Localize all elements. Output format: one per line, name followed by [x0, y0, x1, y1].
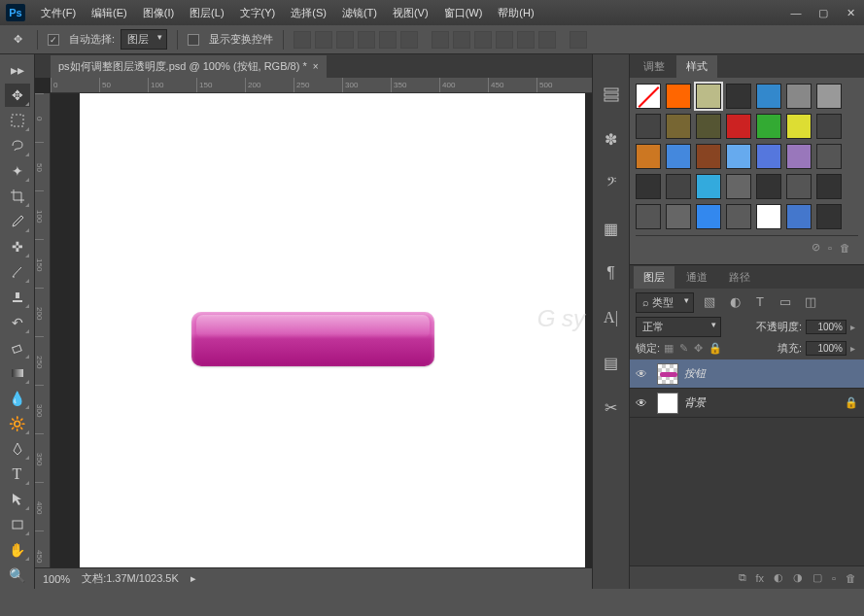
healing-tool[interactable]: ✜ — [5, 235, 30, 258]
stamp-tool[interactable] — [5, 286, 30, 309]
status-zoom[interactable]: 100% — [43, 573, 70, 585]
style-swatch[interactable] — [696, 174, 721, 199]
filter-adjust-icon[interactable]: ◐ — [725, 294, 744, 312]
tab-channels[interactable]: 通道 — [676, 266, 717, 289]
gradient-tool[interactable] — [5, 361, 30, 385]
filter-image-icon[interactable]: ▧ — [700, 294, 719, 312]
style-swatch[interactable] — [636, 174, 661, 199]
style-swatch[interactable] — [726, 204, 751, 229]
mask-icon[interactable]: ◐ — [774, 571, 783, 584]
magic-wand-tool[interactable]: ✦ — [5, 159, 30, 183]
style-swatch[interactable] — [726, 84, 751, 109]
style-swatch[interactable] — [636, 204, 661, 229]
new-layer-icon[interactable]: ▫ — [832, 572, 836, 584]
lock-position-icon[interactable]: ✎ — [679, 342, 688, 355]
eyedropper-tool[interactable] — [5, 210, 30, 233]
style-swatch[interactable] — [756, 114, 781, 139]
style-swatch[interactable] — [756, 174, 781, 199]
filter-shape-icon[interactable]: ▭ — [776, 294, 795, 312]
tab-layers[interactable]: 图层 — [634, 266, 674, 289]
show-transform-checkbox[interactable] — [188, 34, 199, 46]
new-style-icon[interactable]: ▫ — [828, 242, 832, 254]
layer-name[interactable]: 背景 — [684, 395, 706, 410]
menu-file[interactable]: 文件(F) — [33, 2, 84, 24]
style-swatch[interactable] — [816, 204, 842, 229]
style-swatch[interactable] — [786, 114, 812, 139]
layer-item-background[interactable]: 👁 背景 🔒 — [630, 389, 864, 418]
layer-item-button[interactable]: 👁 按钮 — [630, 359, 864, 389]
path-selection-tool[interactable] — [5, 488, 30, 511]
filter-type-icon[interactable]: T — [750, 294, 770, 312]
style-swatch[interactable] — [756, 144, 781, 169]
style-swatch[interactable] — [756, 204, 781, 229]
style-swatch[interactable] — [816, 84, 842, 109]
fx-icon[interactable]: fx — [756, 572, 765, 584]
layer-name[interactable]: 按钮 — [684, 366, 706, 381]
menu-image[interactable]: 图像(I) — [135, 2, 182, 24]
fill-input[interactable]: 100% — [806, 341, 847, 356]
style-swatch[interactable] — [786, 144, 812, 169]
menu-filter[interactable]: 滤镜(T) — [334, 2, 385, 24]
style-swatch[interactable] — [726, 174, 751, 199]
style-swatch[interactable] — [756, 84, 781, 109]
minimize-button[interactable]: — — [782, 2, 810, 23]
visibility-icon[interactable]: 👁 — [636, 367, 651, 381]
lock-all-icon[interactable]: 🔒 — [708, 342, 722, 355]
canvas[interactable]: G sy — [51, 93, 592, 567]
maximize-button[interactable]: ▢ — [810, 2, 837, 23]
style-swatch[interactable] — [786, 174, 812, 199]
group-icon[interactable]: ▢ — [812, 571, 822, 584]
adjustment-icon[interactable]: ◑ — [793, 571, 803, 584]
lock-move-icon[interactable]: ✥ — [694, 342, 703, 355]
dock-notes-icon[interactable]: ▤ — [601, 352, 622, 373]
menu-help[interactable]: 帮助(H) — [490, 2, 541, 24]
dock-gear-icon[interactable]: ✽ — [601, 128, 622, 150]
link-layers-icon[interactable]: ⧉ — [739, 571, 746, 584]
blend-mode-dropdown[interactable]: 正常 — [636, 317, 721, 337]
tab-styles[interactable]: 样式 — [676, 55, 717, 78]
marquee-tool[interactable] — [5, 109, 30, 132]
menu-edit[interactable]: 编辑(E) — [84, 2, 135, 24]
blur-tool[interactable]: 💧 — [5, 387, 30, 410]
clear-style-icon[interactable]: ⊘ — [812, 241, 820, 254]
style-swatch[interactable] — [666, 84, 691, 109]
tool-tab-icon[interactable]: ▸▸ — [5, 58, 30, 82]
style-swatch[interactable] — [696, 144, 721, 169]
opacity-input[interactable]: 100% — [806, 320, 847, 334]
tab-adjustments[interactable]: 调整 — [634, 55, 674, 78]
rectangle-tool[interactable] — [5, 513, 30, 536]
close-button[interactable]: ✕ — [837, 2, 864, 23]
hand-tool[interactable]: ✋ — [5, 538, 30, 562]
status-arrow-icon[interactable]: ▸ — [190, 572, 196, 585]
menu-layer[interactable]: 图层(L) — [182, 2, 231, 24]
auto-select-dropdown[interactable]: 图层 — [121, 29, 167, 50]
style-swatch[interactable] — [666, 144, 691, 169]
brush-tool[interactable] — [5, 260, 30, 284]
filter-type-dropdown[interactable]: ⌕ 类型 — [636, 292, 694, 313]
style-swatch[interactable] — [726, 144, 751, 169]
lasso-tool[interactable] — [5, 134, 30, 157]
style-swatch[interactable] — [786, 204, 812, 229]
dock-character-icon[interactable]: A| — [601, 307, 622, 328]
auto-select-checkbox[interactable] — [48, 34, 59, 46]
menu-type[interactable]: 文字(Y) — [232, 2, 284, 24]
style-swatch[interactable] — [636, 84, 661, 109]
style-swatch[interactable] — [666, 204, 691, 229]
document-tab[interactable]: ps如何调整图层透明度.psd @ 100% (按钮, RGB/8) * × — [51, 55, 327, 78]
pen-tool[interactable] — [5, 437, 30, 461]
move-tool[interactable]: ✥ — [5, 84, 30, 107]
style-swatch[interactable] — [696, 204, 721, 229]
delete-style-icon[interactable]: 🗑 — [840, 242, 850, 254]
dock-paragraph-icon[interactable]: ¶ — [601, 262, 622, 284]
style-swatch[interactable] — [636, 144, 661, 169]
dock-brush-icon[interactable]: 𝄢 — [601, 173, 622, 194]
filter-smart-icon[interactable]: ◫ — [801, 294, 820, 312]
dock-history-icon[interactable] — [601, 84, 622, 105]
visibility-icon[interactable]: 👁 — [636, 396, 651, 410]
style-swatch[interactable] — [666, 114, 691, 139]
menu-window[interactable]: 窗口(W) — [436, 2, 491, 24]
pink-button-layer[interactable] — [191, 312, 434, 366]
style-swatch[interactable] — [666, 174, 691, 199]
zoom-tool[interactable]: 🔍 — [5, 564, 30, 587]
type-tool[interactable]: T — [5, 462, 30, 486]
